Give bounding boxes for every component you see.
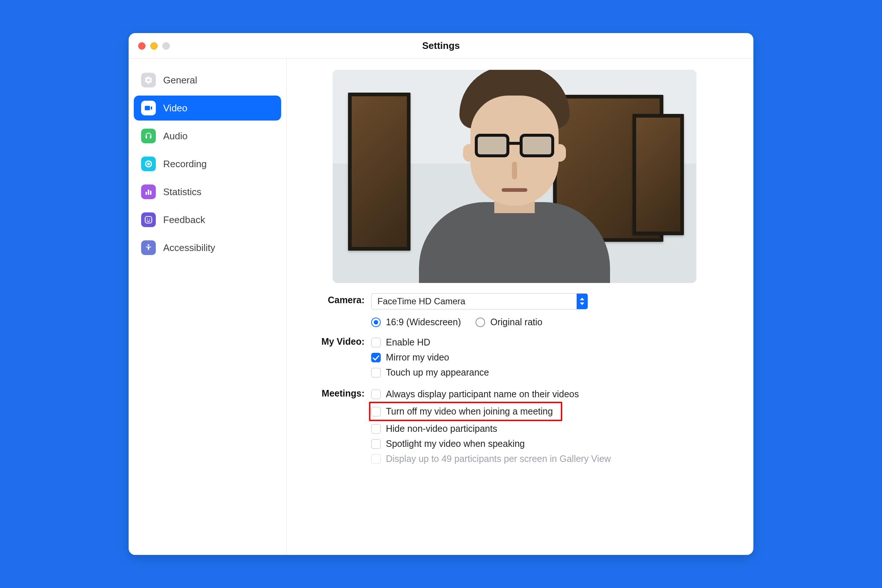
minimize-window-button[interactable] [150,42,158,50]
checkbox-icon [371,338,381,347]
checkbox-enable-hd[interactable]: Enable HD [371,335,728,350]
radio-icon [371,318,381,327]
checkbox-icon [371,424,381,434]
zoom-window-button[interactable] [162,42,170,50]
camera-select-value: FaceTime HD Camera [377,296,577,306]
sidebar-item-audio[interactable]: Audio [134,123,281,148]
window-title: Settings [129,40,753,51]
updown-icon [577,294,588,309]
sidebar-item-label: Feedback [163,214,205,226]
gear-icon [141,73,156,87]
sidebar-item-feedback[interactable]: Feedback [134,207,281,232]
sidebar-item-general[interactable]: General [134,68,281,93]
checkbox-always-display-name[interactable]: Always display participant name on their… [371,387,728,402]
checkbox-icon [371,439,381,449]
checkbox-icon [371,454,381,464]
window-body: General Video Audio Recording [129,59,753,555]
checkbox-mirror-video[interactable]: Mirror my video [371,350,728,365]
checkbox-label: Always display participant name on their… [386,389,579,399]
settings-content: Camera: FaceTime HD Camera 16:9 (Widescr… [286,59,753,555]
checkbox-spotlight-speaking[interactable]: Spotlight my video when speaking [371,436,728,451]
checkbox-icon [371,353,381,362]
checkbox-label: Display up to 49 participants per screen… [386,453,611,464]
radio-icon [476,318,485,327]
record-icon [141,156,156,171]
my-video-label: My Video: [302,335,371,380]
svg-rect-4 [150,191,152,195]
person-icon [141,240,156,255]
checkbox-icon [371,407,381,416]
svg-point-8 [148,244,150,246]
checkbox-display-49: Display up to 49 participants per screen… [371,451,728,466]
radio-label: 16:9 (Widescreen) [386,317,461,327]
checkbox-icon [371,390,381,399]
sidebar: General Video Audio Recording [129,59,286,555]
sidebar-item-accessibility[interactable]: Accessibility [134,235,281,260]
settings-window: Settings General Video Audio [129,33,753,555]
svg-rect-2 [146,192,147,195]
camera-label: Camera: [302,293,371,330]
sidebar-item-label: General [163,75,197,86]
headphones-icon [141,129,156,143]
titlebar: Settings [129,33,753,59]
radio-widescreen[interactable]: 16:9 (Widescreen) [371,315,461,330]
sidebar-item-label: Accessibility [163,242,215,254]
svg-rect-5 [145,216,152,223]
sidebar-item-label: Statistics [163,186,201,198]
sidebar-item-label: Audio [163,130,188,142]
checkbox-hide-non-video[interactable]: Hide non-video participants [371,421,728,436]
video-preview [333,70,696,283]
checkbox-icon [371,368,381,377]
sidebar-item-statistics[interactable]: Statistics [134,179,281,204]
checkbox-label: Enable HD [386,337,430,348]
meetings-label: Meetings: [302,387,371,466]
checkbox-turn-off-video-join[interactable]: Turn off my video when joining a meeting [371,404,553,419]
radio-original-ratio[interactable]: Original ratio [476,315,542,330]
svg-rect-3 [148,190,149,195]
checkbox-label: Touch up my appearance [386,367,489,378]
checkbox-label: Turn off my video when joining a meeting [386,406,553,417]
sidebar-item-label: Recording [163,158,207,170]
svg-point-7 [149,219,150,220]
highlighted-option: Turn off my video when joining a meeting [369,402,562,421]
checkbox-touch-up[interactable]: Touch up my appearance [371,365,728,380]
sidebar-item-label: Video [163,102,188,114]
close-window-button[interactable] [138,42,146,50]
svg-point-6 [147,219,148,220]
camera-select[interactable]: FaceTime HD Camera [371,293,588,309]
sidebar-item-video[interactable]: Video [134,96,281,120]
checkbox-label: Spotlight my video when speaking [386,438,525,449]
window-controls [129,42,170,50]
svg-point-1 [147,163,150,165]
smile-icon [141,212,156,227]
bar-chart-icon [141,184,156,199]
checkbox-label: Hide non-video participants [386,423,497,434]
video-icon [141,101,156,116]
sidebar-item-recording[interactable]: Recording [134,152,281,176]
radio-label: Original ratio [490,317,542,327]
checkbox-label: Mirror my video [386,352,449,363]
